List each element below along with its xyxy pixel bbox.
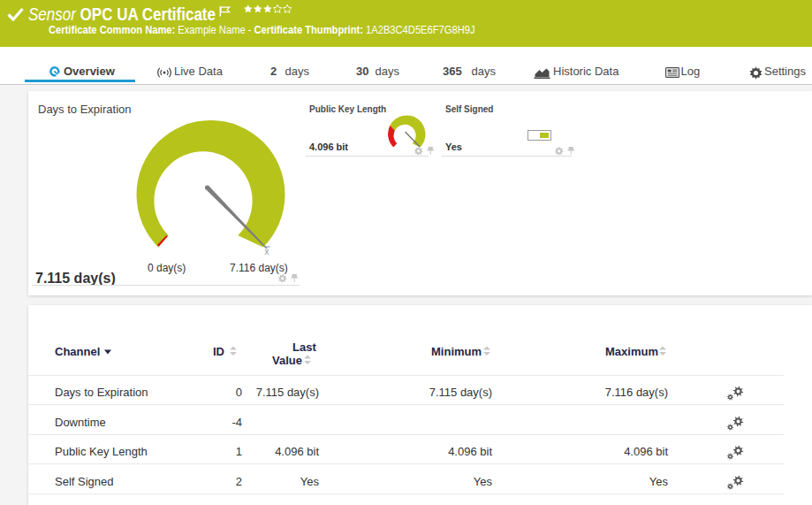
svg-text:x: x (265, 247, 269, 256)
